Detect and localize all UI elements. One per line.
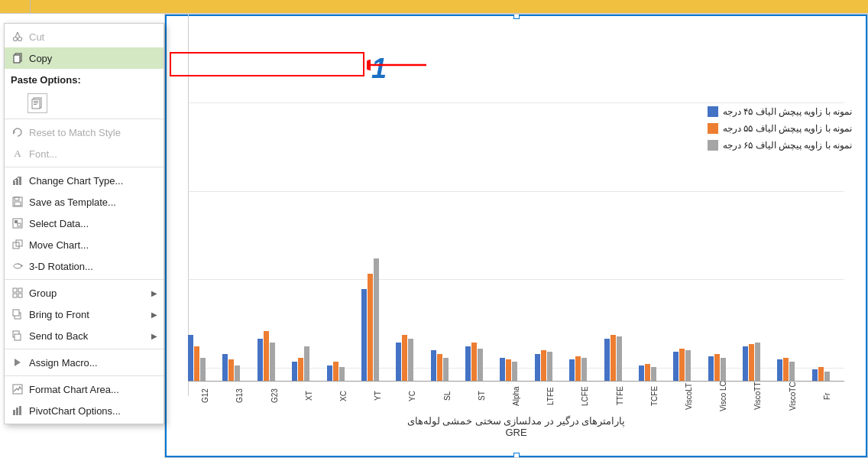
bar-orange	[645, 364, 650, 381]
menu-icon-move-chart	[11, 238, 24, 252]
bring-to-front-icon	[12, 309, 23, 320]
bar-orange	[783, 358, 789, 381]
bar-orange	[194, 346, 199, 381]
resize-handle-bottom[interactable]	[513, 453, 520, 458]
x-axis-label: LCFE	[581, 381, 589, 411]
reset-style-icon	[12, 127, 23, 138]
legend-color-2	[708, 123, 718, 134]
chart-number: 1	[371, 53, 387, 85]
svg-rect-19	[15, 197, 19, 200]
menu-item-pivotchart-options[interactable]: PivotChart Options...	[5, 400, 164, 421]
svg-rect-11	[34, 102, 38, 103]
menu-item-group[interactable]: Group▶	[5, 282, 164, 304]
resize-handle-top[interactable]	[513, 14, 520, 19]
menu-item-copy[interactable]: Copy	[5, 47, 164, 69]
bar-blue	[777, 359, 782, 381]
menu-item-bring-to-front[interactable]: Bring to Front▶	[5, 304, 164, 325]
bar-orange	[818, 367, 824, 381]
x-axis-label: G13	[235, 381, 244, 411]
bar-blue	[327, 365, 332, 381]
x-axis-label: ST	[478, 381, 486, 411]
cut-icon	[12, 31, 23, 42]
bar-blue	[535, 354, 540, 381]
legend-label-3: نمونه با زاویه پیچش الیاف ۶۵ درجه	[723, 140, 852, 151]
bar-gray	[651, 367, 656, 381]
menu-separator	[5, 279, 164, 280]
menu-separator	[5, 349, 164, 349]
bar-group	[673, 349, 705, 381]
bar-group	[431, 350, 463, 381]
chart-area[interactable]: 1 نمونه با زاویه پیچش الیاف ۴۵ درجه نمون…	[164, 14, 868, 458]
menu-item-save-as-template[interactable]: Save as Template...	[5, 191, 164, 213]
svg-rect-10	[34, 101, 38, 102]
menu-item-select-data[interactable]: Select Data...	[5, 213, 164, 234]
menu-label-bring-to-front: Bring to Front	[29, 309, 147, 320]
x-axis-label: YC	[408, 381, 416, 411]
menu-item-assign-macro[interactable]: Assign Macro...	[5, 352, 164, 373]
menu-separator	[5, 167, 164, 167]
menu-icon-change-chart-type	[11, 174, 24, 187]
menu-label-move-chart: Move Chart...	[29, 239, 157, 251]
menu-label-pivotchart-options: PivotChart Options...	[29, 405, 157, 417]
bar-orange	[749, 344, 754, 381]
legend-item-2: نمونه با زاویه پیچش الیاف ۵۵ درجه	[708, 123, 852, 134]
menu-item-format-chart-area[interactable]: Format Chart Area...	[5, 378, 164, 400]
x-axis-label: ViscoTT	[753, 381, 762, 411]
svg-rect-30	[18, 294, 22, 297]
bar-blue	[569, 359, 575, 381]
menu-item-cut: Cut	[5, 26, 164, 47]
bar-group	[257, 331, 290, 381]
bar-blue	[708, 356, 714, 381]
move-chart-icon	[12, 239, 23, 250]
menu-icon-format-chart-area	[11, 382, 24, 396]
bar-gray	[581, 358, 587, 381]
bar-blue	[743, 346, 748, 381]
paste-icon-button[interactable]	[28, 93, 47, 113]
bar-group	[222, 354, 254, 381]
menu-label-send-to-back: Send to Back	[29, 330, 147, 342]
bar-orange	[228, 359, 234, 381]
svg-rect-22	[18, 223, 21, 226]
bar-blue	[500, 358, 505, 381]
menu-item-change-chart-type[interactable]: Change Chart Type...	[5, 170, 164, 191]
menu-icon-cut	[11, 30, 24, 44]
bar-orange	[402, 335, 407, 381]
svg-point-3	[18, 37, 22, 41]
x-axis-label: XT	[305, 381, 313, 411]
bar-orange	[298, 358, 303, 381]
svg-rect-16	[19, 177, 21, 185]
legend-label-2: نمونه با زاویه پیچش الیاف ۵۵ درجه	[723, 123, 852, 134]
menu-item-3d-rotation[interactable]: 3-D Rotation...	[5, 255, 164, 277]
bar-gray	[685, 350, 691, 381]
paste-options-box	[5, 90, 164, 116]
grid-line	[188, 102, 844, 103]
assign-macro-icon	[12, 357, 23, 368]
menu-label-change-chart-type: Change Chart Type...	[29, 175, 157, 187]
menu-item-send-to-back[interactable]: Send to Back▶	[5, 325, 164, 346]
3d-rotation-icon	[12, 261, 23, 271]
bar-orange	[471, 343, 477, 381]
x-axis-label: SL	[443, 381, 452, 411]
bar-group	[396, 335, 428, 381]
bar-group	[569, 356, 601, 381]
svg-point-2	[14, 37, 18, 41]
bar-gray	[200, 358, 206, 381]
x-axis-label: G23	[270, 381, 279, 411]
x-axis-label: Alpha	[512, 381, 520, 411]
bar-orange	[541, 350, 546, 381]
menu-icon-send-to-back	[11, 329, 24, 343]
bar-gray	[304, 346, 309, 381]
svg-rect-21	[15, 220, 18, 223]
bar-group	[812, 367, 844, 381]
save-template-icon	[12, 197, 23, 207]
svg-rect-18	[15, 202, 21, 206]
menu-label-3d-rotation: 3-D Rotation...	[29, 261, 157, 272]
bar-group	[708, 354, 740, 381]
menu-item-move-chart[interactable]: Move Chart...	[5, 234, 164, 255]
bar-group	[188, 335, 220, 381]
bar-blue	[361, 289, 367, 381]
svg-rect-7	[14, 55, 20, 63]
bar-gray	[235, 365, 240, 381]
bar-orange	[506, 359, 511, 381]
chart-legend: نمونه با زاویه پیچش الیاف ۴۵ درجه نمونه …	[708, 106, 852, 151]
